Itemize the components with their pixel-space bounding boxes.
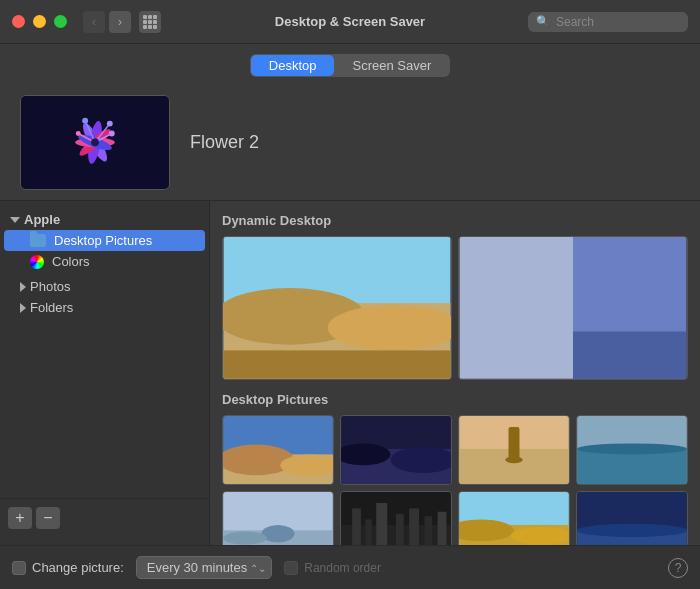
colors-icon [30, 255, 44, 269]
close-button[interactable] [12, 15, 25, 28]
sidebar-item-label: Desktop Pictures [54, 233, 152, 248]
change-picture-label: Change picture: [32, 560, 124, 575]
help-button[interactable]: ? [668, 558, 688, 578]
interval-dropdown-wrapper: Every 30 minutes ⌃⌄ [136, 556, 272, 579]
sidebar-item-photos[interactable]: Photos [4, 276, 205, 297]
remove-button[interactable]: − [36, 507, 60, 529]
svg-point-9 [107, 120, 113, 126]
forward-button[interactable]: › [109, 11, 131, 33]
main-content: Desktop Screen Saver [0, 44, 700, 589]
change-picture-row: Change picture: [12, 560, 124, 575]
preview-label: Flower 2 [190, 132, 259, 153]
traffic-lights [12, 15, 67, 28]
window-title: Desktop & Screen Saver [275, 14, 425, 29]
maximize-button[interactable] [54, 15, 67, 28]
segment-control: Desktop Screen Saver [250, 54, 450, 77]
wallpaper-thumb[interactable] [458, 491, 570, 545]
wallpaper-thumb[interactable] [458, 236, 688, 380]
svg-point-11 [82, 117, 88, 123]
random-order-label: Random order [304, 561, 381, 575]
sidebar: Apple Desktop Pictures Colors Photos Fol… [0, 201, 210, 545]
bottom-panel: Apple Desktop Pictures Colors Photos Fol… [0, 200, 700, 545]
svg-rect-48 [409, 508, 419, 545]
section-title-desktop: Desktop Pictures [222, 392, 688, 407]
content-area: Dynamic Desktop [210, 201, 700, 545]
svg-point-41 [223, 531, 267, 544]
svg-point-40 [262, 525, 295, 543]
section-dynamic-desktop: Dynamic Desktop [222, 213, 688, 380]
random-order-checkbox[interactable] [284, 561, 298, 575]
wallpaper-thumb[interactable] [576, 491, 688, 545]
grid-icon [143, 15, 157, 29]
sidebar-item-desktop-pictures[interactable]: Desktop Pictures [4, 230, 205, 251]
sidebar-label: Photos [30, 279, 70, 294]
svg-rect-33 [509, 427, 520, 460]
svg-rect-46 [376, 503, 387, 545]
svg-point-14 [91, 138, 99, 146]
svg-rect-47 [396, 514, 404, 545]
expand-icon [10, 217, 20, 223]
desktop-pictures-grid [222, 415, 688, 545]
sidebar-label: Folders [30, 300, 73, 315]
sidebar-section-apple: Apple Desktop Pictures Colors [0, 209, 209, 272]
search-icon: 🔍 [536, 15, 550, 28]
sidebar-group-label: Apple [24, 212, 60, 227]
change-picture-checkbox[interactable] [12, 561, 26, 575]
svg-point-57 [577, 524, 687, 537]
section-title-dynamic: Dynamic Desktop [222, 213, 688, 228]
search-input[interactable] [556, 15, 680, 29]
bottom-bar: Change picture: Every 30 minutes ⌃⌄ Rand… [0, 545, 700, 589]
svg-rect-45 [365, 519, 372, 545]
wallpaper-thumb[interactable] [222, 236, 452, 380]
grid-view-button[interactable] [139, 11, 161, 33]
sidebar-group-apple[interactable]: Apple [0, 209, 209, 230]
minimize-button[interactable] [33, 15, 46, 28]
svg-rect-50 [438, 511, 447, 545]
sidebar-item-label: Colors [52, 254, 90, 269]
collapse-icon [20, 303, 26, 313]
nav-buttons: ‹ › [83, 11, 131, 33]
svg-rect-44 [352, 508, 361, 545]
title-bar: ‹ › Desktop & Screen Saver 🔍 [0, 0, 700, 44]
svg-rect-49 [425, 516, 433, 545]
sidebar-bottom: + − [0, 498, 209, 537]
svg-point-37 [577, 443, 687, 454]
wallpaper-thumb[interactable] [340, 491, 452, 545]
wallpaper-thumb[interactable] [576, 415, 688, 485]
preview-area: Flower 2 [0, 85, 700, 200]
tab-desktop[interactable]: Desktop [251, 55, 335, 76]
preview-image [21, 96, 169, 190]
dynamic-desktop-grid [222, 236, 688, 380]
preview-thumbnail [20, 95, 170, 190]
svg-point-13 [76, 131, 81, 136]
interval-dropdown[interactable]: Every 30 minutes [136, 556, 272, 579]
add-button[interactable]: + [8, 507, 32, 529]
segment-bar: Desktop Screen Saver [0, 44, 700, 85]
svg-rect-19 [224, 350, 451, 378]
svg-rect-20 [460, 237, 573, 379]
search-box[interactable]: 🔍 [528, 12, 688, 32]
folder-icon [30, 234, 46, 247]
wallpaper-thumb[interactable] [458, 415, 570, 485]
sidebar-item-colors[interactable]: Colors [4, 251, 205, 272]
svg-point-34 [505, 456, 523, 463]
wallpaper-thumb[interactable] [222, 415, 334, 485]
wallpaper-thumb[interactable] [222, 491, 334, 545]
wallpaper-thumb[interactable] [340, 415, 452, 485]
svg-rect-22 [573, 332, 686, 379]
tab-screen-saver[interactable]: Screen Saver [334, 55, 449, 76]
back-button[interactable]: ‹ [83, 11, 105, 33]
section-desktop-pictures: Desktop Pictures [222, 392, 688, 545]
collapse-icon [20, 282, 26, 292]
svg-point-10 [109, 130, 115, 136]
sidebar-item-folders[interactable]: Folders [4, 297, 205, 318]
